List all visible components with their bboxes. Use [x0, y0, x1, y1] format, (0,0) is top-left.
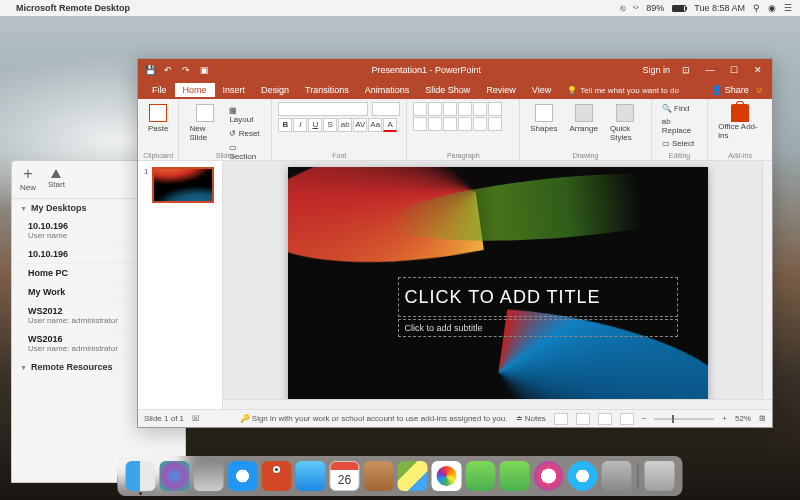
- airplay-icon[interactable]: ⎋: [620, 3, 625, 13]
- start-slideshow-icon[interactable]: ▣: [198, 64, 210, 76]
- notes-button[interactable]: ≐ Notes: [516, 414, 546, 423]
- select-button[interactable]: ▭ Select: [658, 137, 702, 150]
- reset-button[interactable]: ↺ Reset: [225, 127, 265, 140]
- zoom-slider[interactable]: [654, 418, 714, 420]
- normal-view-button[interactable]: [554, 413, 568, 425]
- slide-counter[interactable]: Slide 1 of 1: [144, 414, 184, 423]
- tab-review[interactable]: Review: [478, 83, 524, 97]
- dock-separator: [638, 463, 639, 489]
- font-name-input[interactable]: [278, 102, 368, 116]
- layout-button[interactable]: ▦ Layout: [225, 104, 265, 126]
- redo-icon[interactable]: ↷: [180, 64, 192, 76]
- font-size-input[interactable]: [372, 102, 400, 116]
- menubar-app-name[interactable]: Microsoft Remote Desktop: [16, 3, 130, 13]
- replace-button[interactable]: ab Replace: [658, 115, 702, 137]
- dock-messages-icon[interactable]: [466, 461, 496, 491]
- dock-contacts-icon[interactable]: [364, 461, 394, 491]
- new-slide-button[interactable]: New Slide: [185, 102, 225, 144]
- signin-link[interactable]: Sign in: [642, 65, 670, 75]
- tab-view[interactable]: View: [524, 83, 559, 97]
- align-center-button[interactable]: [428, 117, 442, 131]
- paste-button[interactable]: Paste: [144, 102, 172, 135]
- signin-message[interactable]: 🔑 Sign in with your work or school accou…: [240, 414, 508, 423]
- menubar-clock[interactable]: Tue 8:58 AM: [694, 3, 745, 13]
- dock-launchpad-icon[interactable]: [194, 461, 224, 491]
- text-direction-button[interactable]: [488, 102, 502, 116]
- zoom-level[interactable]: 52%: [735, 414, 751, 423]
- decrease-indent-button[interactable]: [443, 102, 457, 116]
- zoom-out-button[interactable]: −: [642, 414, 647, 423]
- dock-appstore-icon[interactable]: [568, 461, 598, 491]
- title-placeholder[interactable]: CLICK TO ADD TITLE: [398, 277, 678, 317]
- dock-mail-icon[interactable]: [296, 461, 326, 491]
- align-right-button[interactable]: [443, 117, 457, 131]
- minimize-button[interactable]: —: [702, 65, 718, 75]
- spellcheck-icon[interactable]: ☒: [192, 414, 199, 423]
- align-left-button[interactable]: [413, 117, 427, 131]
- tab-home[interactable]: Home: [175, 83, 215, 97]
- slide-thumbnail[interactable]: [152, 167, 214, 203]
- dock-siri-icon[interactable]: [160, 461, 190, 491]
- dock-remote-desktop-icon[interactable]: [262, 461, 292, 491]
- undo-icon[interactable]: ↶: [162, 64, 174, 76]
- tab-design[interactable]: Design: [253, 83, 297, 97]
- reading-view-button[interactable]: [598, 413, 612, 425]
- line-spacing-button[interactable]: [473, 102, 487, 116]
- office-addins-button[interactable]: Office Add-ins: [714, 102, 766, 142]
- tab-transitions[interactable]: Transitions: [297, 83, 357, 97]
- zoom-in-button[interactable]: +: [722, 414, 727, 423]
- arrange-button[interactable]: Arrange: [565, 102, 601, 135]
- dock-itunes-icon[interactable]: [534, 461, 564, 491]
- tab-animations[interactable]: Animations: [357, 83, 418, 97]
- bold-button[interactable]: B: [278, 118, 292, 132]
- increase-indent-button[interactable]: [458, 102, 472, 116]
- dock-calendar-icon[interactable]: 26: [330, 461, 360, 491]
- ribbon-options-icon[interactable]: ⊡: [678, 65, 694, 75]
- rd-start-button[interactable]: Start: [48, 167, 65, 192]
- find-button[interactable]: 🔍 Find: [658, 102, 702, 115]
- dock-maps-icon[interactable]: [398, 461, 428, 491]
- subtitle-placeholder[interactable]: Click to add subtitle: [398, 319, 678, 337]
- horizontal-scrollbar[interactable]: [223, 399, 772, 409]
- columns-button[interactable]: [473, 117, 487, 131]
- tab-insert[interactable]: Insert: [215, 83, 254, 97]
- battery-icon[interactable]: [672, 5, 686, 12]
- slideshow-view-button[interactable]: [620, 413, 634, 425]
- tell-me-search[interactable]: 💡 Tell me what you want to do: [567, 86, 679, 95]
- dock-safari-icon[interactable]: [228, 461, 258, 491]
- dock-finder-icon[interactable]: [126, 461, 156, 491]
- dock-preferences-icon[interactable]: [602, 461, 632, 491]
- share-button[interactable]: 👤 Share: [711, 85, 749, 95]
- tab-file[interactable]: File: [144, 83, 175, 97]
- quick-styles-button[interactable]: Quick Styles: [606, 102, 645, 144]
- slide-canvas[interactable]: CLICK TO ADD TITLE Click to add subtitle: [288, 167, 708, 403]
- justify-button[interactable]: [458, 117, 472, 131]
- smartart-button[interactable]: [488, 117, 502, 131]
- dock-facetime-icon[interactable]: [500, 461, 530, 491]
- strikethrough-button[interactable]: S: [323, 118, 337, 132]
- notification-center-icon[interactable]: ☰: [784, 3, 792, 13]
- shadow-button[interactable]: ab: [338, 118, 352, 132]
- numbering-button[interactable]: [428, 102, 442, 116]
- font-color-button[interactable]: A: [383, 118, 397, 132]
- vertical-scrollbar[interactable]: [762, 161, 772, 399]
- feedback-icon[interactable]: ☺: [755, 85, 764, 95]
- spotlight-icon[interactable]: ⚲: [753, 3, 760, 13]
- siri-icon[interactable]: ◉: [768, 3, 776, 13]
- dock-trash-icon[interactable]: [645, 461, 675, 491]
- char-spacing-button[interactable]: AV: [353, 118, 367, 132]
- shapes-button[interactable]: Shapes: [526, 102, 561, 135]
- maximize-button[interactable]: ☐: [726, 65, 742, 75]
- change-case-button[interactable]: Aa: [368, 118, 382, 132]
- italic-button[interactable]: I: [293, 118, 307, 132]
- tab-slideshow[interactable]: Slide Show: [417, 83, 478, 97]
- underline-button[interactable]: U: [308, 118, 322, 132]
- bullets-button[interactable]: [413, 102, 427, 116]
- sorter-view-button[interactable]: [576, 413, 590, 425]
- close-button[interactable]: ✕: [750, 65, 766, 75]
- rd-new-button[interactable]: +New: [20, 167, 36, 192]
- wifi-icon[interactable]: ⌔: [633, 3, 638, 13]
- fit-to-window-button[interactable]: ⊞: [759, 414, 766, 423]
- dock-photos-icon[interactable]: [432, 461, 462, 491]
- save-icon[interactable]: 💾: [144, 64, 156, 76]
